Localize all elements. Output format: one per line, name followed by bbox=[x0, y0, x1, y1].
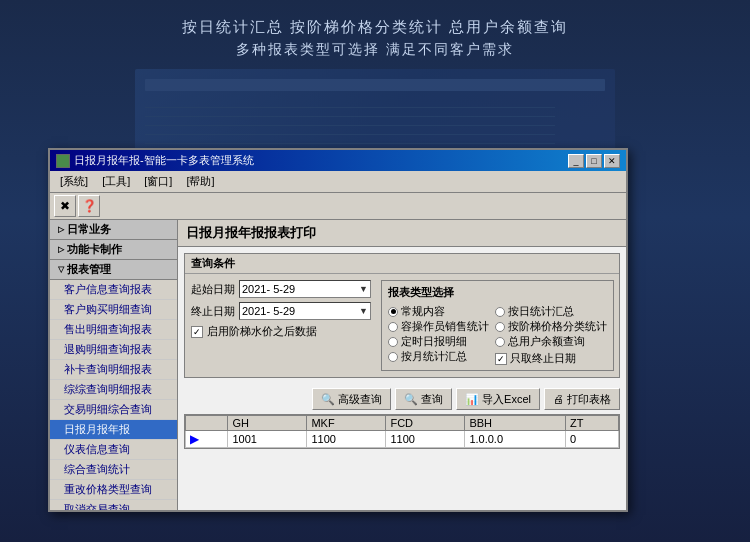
col-fcd-header: FCD bbox=[386, 416, 465, 431]
table-header-row: GH MKF FCD BBH ZT bbox=[186, 416, 619, 431]
report-type-daily-row: 按日统计汇总 bbox=[495, 304, 607, 319]
start-date-dropdown-icon[interactable]: ▼ bbox=[359, 284, 368, 294]
report-type-timed-row: 定时日报明细 bbox=[388, 334, 489, 349]
sidebar-group-daily: ▷ 日常业务 bbox=[50, 220, 177, 240]
sidebar-item-cancel-transaction[interactable]: 取消交易查询 bbox=[50, 500, 177, 510]
query-icon: 🔍 bbox=[404, 393, 418, 406]
sidebar-item-comprehensive-stats[interactable]: 综合查询统计 bbox=[50, 460, 177, 480]
report-type-monthly-radio[interactable] bbox=[388, 352, 398, 362]
sidebar-item-return-detail[interactable]: 退购明细查询报表 bbox=[50, 340, 177, 360]
report-type-daily-radio[interactable] bbox=[495, 307, 505, 317]
menu-tools[interactable]: [工具] bbox=[96, 173, 136, 190]
headline-line2: 多种报表类型可选择 满足不同客户需求 bbox=[182, 41, 568, 59]
end-date-dropdown-icon[interactable]: ▼ bbox=[359, 306, 368, 316]
advanced-query-button[interactable]: 🔍 高级查询 bbox=[312, 388, 391, 410]
report-type-tiered-radio[interactable] bbox=[495, 322, 505, 332]
reports-expand-arrow: ▽ bbox=[58, 265, 64, 274]
row-arrow-cell: ▶ bbox=[186, 431, 228, 448]
end-date-row: 终止日期 2021- 5-29 ▼ bbox=[191, 302, 371, 320]
row-mkf-cell: 1100 bbox=[307, 431, 386, 448]
sidebar-item-daily-report[interactable]: 日报月报年报 bbox=[50, 420, 177, 440]
report-type-operator-label: 容操作员销售统计 bbox=[401, 319, 489, 334]
col-arrow-header bbox=[186, 416, 228, 431]
end-date-input[interactable]: 2021- 5-29 ▼ bbox=[239, 302, 371, 320]
tiered-price-checkbox[interactable]: ✓ bbox=[191, 326, 203, 338]
report-type-operator-radio[interactable] bbox=[388, 322, 398, 332]
report-type-tiered-label: 按阶梯价格分类统计 bbox=[508, 319, 607, 334]
table-row[interactable]: ▶ 1001 1100 1100 1.0.0.0 0 bbox=[186, 431, 619, 448]
col-zt-header: ZT bbox=[565, 416, 618, 431]
query-box: 查询条件 起始日期 2021- 5-29 ▼ bbox=[184, 253, 620, 378]
query-left-fields: 起始日期 2021- 5-29 ▼ 终止日期 2021- 5-29 bbox=[191, 280, 371, 371]
report-type-normal-radio[interactable] bbox=[388, 307, 398, 317]
only-end-date-label: 只取终止日期 bbox=[510, 351, 576, 366]
report-type-right-col: 按日统计汇总 按阶梯价格分类统计 总用户余额查询 bbox=[495, 304, 607, 366]
print-label: 打印表格 bbox=[567, 392, 611, 407]
sidebar-item-price-type[interactable]: 重改价格类型查询 bbox=[50, 480, 177, 500]
sidebar: ▷ 日常业务 ▷ 功能卡制作 ▽ 报表管理 bbox=[50, 220, 178, 510]
query-button[interactable]: 🔍 查询 bbox=[395, 388, 452, 410]
report-type-timed-radio[interactable] bbox=[388, 337, 398, 347]
action-buttons-row: 🔍 高级查询 🔍 查询 📊 导入Excel 🖨 打印表格 bbox=[178, 384, 626, 414]
card-group-label: 功能卡制作 bbox=[67, 242, 122, 257]
report-type-balance-label: 总用户余额查询 bbox=[508, 334, 585, 349]
title-buttons: _ □ ✕ bbox=[568, 154, 620, 168]
sidebar-item-comprehensive[interactable]: 综综查询明细报表 bbox=[50, 380, 177, 400]
start-date-value: 2021- 5-29 bbox=[242, 283, 295, 295]
window-title: 日报月报年报-智能一卡多表管理系统 bbox=[74, 153, 254, 168]
sidebar-group-reports-header[interactable]: ▽ 报表管理 bbox=[50, 260, 177, 280]
start-date-input[interactable]: 2021- 5-29 ▼ bbox=[239, 280, 371, 298]
menu-system[interactable]: [系统] bbox=[54, 173, 94, 190]
daily-group-label: 日常业务 bbox=[67, 222, 111, 237]
print-icon: 🖨 bbox=[553, 393, 564, 405]
sidebar-group-reports: ▽ 报表管理 客户信息查询报表 客户购买明细查询 售出明细查询报表 退购明细查询… bbox=[50, 260, 177, 510]
report-type-monthly-row: 按月统计汇总 bbox=[388, 349, 489, 364]
right-panel: 日报月报年报报表打印 查询条件 起始日期 2021- 5-29 ▼ bbox=[178, 220, 626, 510]
title-bar: 日报月报年报-智能一卡多表管理系统 _ □ ✕ bbox=[50, 150, 626, 171]
report-type-title: 报表类型选择 bbox=[388, 285, 607, 300]
sidebar-item-customer-info[interactable]: 客户信息查询报表 bbox=[50, 280, 177, 300]
maximize-button[interactable]: □ bbox=[586, 154, 602, 168]
report-type-balance-radio[interactable] bbox=[495, 337, 505, 347]
row-zt-cell: 0 bbox=[565, 431, 618, 448]
toolbar-help-btn[interactable]: ❓ bbox=[78, 195, 100, 217]
sidebar-item-customer-purchase[interactable]: 客户购买明细查询 bbox=[50, 300, 177, 320]
menu-bar: [系统] [工具] [窗口] [帮助] bbox=[50, 171, 626, 193]
report-type-operator-row: 容操作员销售统计 bbox=[388, 319, 489, 334]
toolbar-close-btn[interactable]: ✖ bbox=[54, 195, 76, 217]
menu-window[interactable]: [窗口] bbox=[138, 173, 178, 190]
background-section: 按日统计汇总 按阶梯价格分类统计 总用户余额查询 多种报表类型可选择 满足不同客… bbox=[0, 0, 750, 542]
print-button[interactable]: 🖨 打印表格 bbox=[544, 388, 620, 410]
panel-title: 日报月报年报报表打印 bbox=[178, 220, 626, 247]
end-date-label: 终止日期 bbox=[191, 304, 235, 319]
top-text-block: 按日统计汇总 按阶梯价格分类统计 总用户余额查询 多种报表类型可选择 满足不同客… bbox=[142, 0, 608, 69]
row-selection-arrow: ▶ bbox=[190, 432, 199, 446]
query-label: 查询 bbox=[421, 392, 443, 407]
sidebar-group-card-header[interactable]: ▷ 功能卡制作 bbox=[50, 240, 177, 260]
title-bar-left: 日报月报年报-智能一卡多表管理系统 bbox=[56, 153, 254, 168]
sidebar-item-transaction[interactable]: 交易明细综合查询 bbox=[50, 400, 177, 420]
row-fcd-cell: 1100 bbox=[386, 431, 465, 448]
report-type-normal-row: 常规内容 bbox=[388, 304, 489, 319]
start-date-label: 起始日期 bbox=[191, 282, 235, 297]
sidebar-group-daily-header[interactable]: ▷ 日常业务 bbox=[50, 220, 177, 240]
daily-expand-arrow: ▷ bbox=[58, 225, 64, 234]
card-expand-arrow: ▷ bbox=[58, 245, 64, 254]
col-mkf-header: MKF bbox=[307, 416, 386, 431]
report-type-balance-row: 总用户余额查询 bbox=[495, 334, 607, 349]
tiered-price-checkbox-row: ✓ 启用阶梯水价之后数据 bbox=[191, 324, 371, 339]
end-date-value: 2021- 5-29 bbox=[242, 305, 295, 317]
query-content: 起始日期 2021- 5-29 ▼ 终止日期 2021- 5-29 bbox=[185, 274, 619, 377]
close-button[interactable]: ✕ bbox=[604, 154, 620, 168]
export-excel-button[interactable]: 📊 导入Excel bbox=[456, 388, 540, 410]
only-end-date-checkbox[interactable]: ✓ bbox=[495, 353, 507, 365]
minimize-button[interactable]: _ bbox=[568, 154, 584, 168]
sidebar-item-card-replace[interactable]: 补卡查询明细报表 bbox=[50, 360, 177, 380]
data-table: GH MKF FCD BBH ZT ▶ bbox=[185, 415, 619, 448]
menu-help[interactable]: [帮助] bbox=[180, 173, 220, 190]
sidebar-item-meter-info[interactable]: 仪表信息查询 bbox=[50, 440, 177, 460]
report-type-grid: 常规内容 容操作员销售统计 定时日报明细 bbox=[388, 304, 607, 366]
query-box-title: 查询条件 bbox=[185, 254, 619, 274]
sidebar-item-sales-detail[interactable]: 售出明细查询报表 bbox=[50, 320, 177, 340]
headline-line1: 按日统计汇总 按阶梯价格分类统计 总用户余额查询 bbox=[182, 18, 568, 37]
